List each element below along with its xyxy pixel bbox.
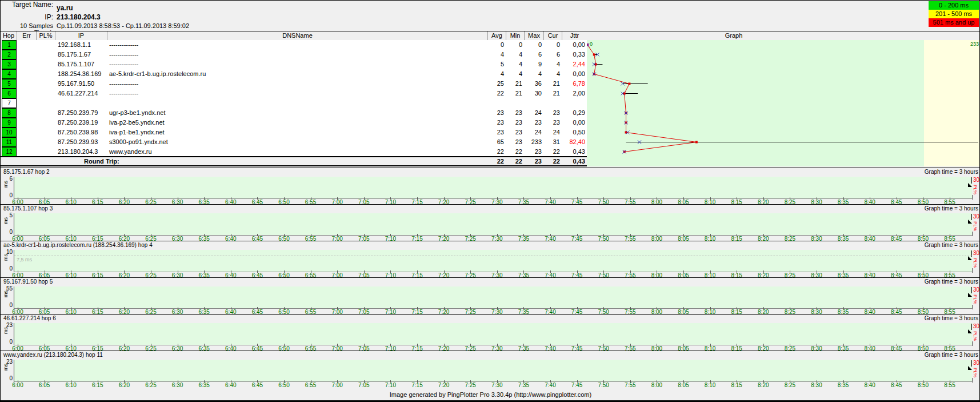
table-row[interactable]: 646.61.227.214--------------222130212,00 — [1, 89, 587, 98]
ip-cell: 87.250.239.98 — [58, 128, 98, 137]
table-row[interactable]: 12213.180.204.3www.yandex.ru222223220,43 — [1, 147, 587, 157]
jitter-cell: 0,50 — [561, 128, 585, 137]
time-axis-label: 6:05 — [39, 382, 50, 388]
table-row[interactable]: 285.175.1.67--------------44660,33 — [1, 50, 587, 59]
dns-name-cell: -------------- — [109, 79, 138, 89]
hop-number-cell: 6 — [2, 89, 17, 98]
table-row[interactable]: 4188.254.36.169ae-5.krdr-cr1-b.ug.ip.ros… — [1, 69, 587, 79]
cur-cell: 21 — [542, 89, 560, 98]
strip-packet-loss-max: 30 — [973, 360, 979, 366]
round-trip-avg: 22 — [481, 158, 504, 165]
strip-axis-end-tick — [972, 378, 973, 383]
max-cell: 233 — [523, 137, 542, 147]
table-row[interactable]: 1087.250.239.98iva-p1-be1.yndx.net232324… — [1, 128, 587, 137]
time-axis-label: 6:10 — [65, 382, 76, 388]
table-row[interactable]: 987.250.239.19iva-p2-be5.yndx.net2323232… — [1, 118, 587, 128]
samples-value: Ср.11.09.2013 8:58:53 - Ср.11.09.2013 8:… — [57, 22, 189, 29]
time-axis-label: 8:05 — [678, 382, 689, 388]
hop-number-cell: 3 — [2, 59, 17, 69]
strip-title: 46.61.227.214 hop 6 — [3, 315, 56, 321]
strip-graph-time-label: Graph time = 3 hours — [925, 169, 978, 175]
jitter-cell: 0,33 — [561, 50, 585, 59]
dns-name-cell: iva-p2-be5.yndx.net — [109, 118, 165, 128]
dns-name-cell: ugr-p3-be1.yndx.net — [109, 108, 165, 118]
ip-cell: 85.175.1.107 — [58, 59, 94, 69]
hop-number-cell: 7 — [2, 98, 17, 108]
time-axis-label: 6:35 — [198, 382, 209, 388]
strip-packet-loss-max: 30 — [973, 177, 979, 183]
jitter-cell: 0,00 — [561, 69, 585, 79]
time-axis-label: 8:15 — [731, 382, 742, 388]
min-cell: 4 — [505, 50, 522, 59]
cur-cell: 22 — [542, 147, 560, 157]
min-cell: 23 — [505, 108, 522, 118]
table-row[interactable]: 887.250.239.79ugr-p3-be1.yndx.net2323242… — [1, 108, 587, 118]
strip-unit-label: ms — [3, 254, 9, 261]
round-trip-label: Round Trip: — [84, 158, 119, 165]
strip-ymin-label: 0 — [1, 192, 13, 198]
strip-packet-loss-max: 30 — [973, 250, 979, 256]
strip-packet-loss-label: PL% — [973, 221, 978, 231]
hop-number-cell: 11 — [2, 137, 17, 147]
time-axis-label: 7:40 — [545, 382, 555, 388]
dns-name-cell: iva-p1-be1.yndx.net — [109, 128, 165, 137]
hop-number-cell: 5 — [2, 79, 17, 89]
legend-item: 201 - 500 ms — [929, 10, 979, 18]
max-cell: 23 — [523, 147, 542, 157]
dns-name-cell: -------------- — [109, 89, 138, 98]
dns-name-cell: s3000-po91.yndx.net — [109, 137, 168, 147]
latency-legend: 0 - 200 ms201 - 500 ms501 ms and up — [929, 1, 979, 27]
threshold-value-label: 7,5 ms — [17, 257, 32, 262]
time-axis-label: 6:40 — [225, 382, 236, 388]
graph-scale-max-label: 233 — [970, 41, 979, 47]
cur-cell: 21 — [542, 79, 560, 89]
time-axis-label: 8:50 — [918, 382, 929, 388]
table-header-cell-pl%: PL% — [36, 31, 55, 40]
max-cell: 4 — [523, 69, 542, 79]
hop-graph-overlay: 0233 — [587, 40, 980, 156]
jitter-cell: 6,78 — [561, 79, 585, 89]
jitter-cell: 0,43 — [561, 147, 585, 157]
table-row[interactable]: 7 — [1, 98, 587, 108]
time-axis-label: 8:25 — [785, 382, 795, 388]
avg-cell: 4 — [481, 50, 504, 59]
jitter-cell: 0,29 — [561, 108, 585, 118]
min-cell: 21 — [505, 89, 522, 98]
strip-plot-area — [14, 323, 972, 345]
max-cell: 0 — [523, 40, 542, 50]
current-time-cursor-icon — [968, 220, 972, 224]
strip-graph-time-label: Graph time = 3 hours — [925, 205, 978, 212]
table-row[interactable]: 1187.250.239.93s3000-po91.yndx.net652323… — [1, 137, 587, 147]
table-row[interactable]: 385.175.1.107--------------54942,44 — [1, 59, 587, 69]
time-axis-label: 6:50 — [278, 382, 289, 388]
ip-cell: 213.180.204.3 — [58, 147, 98, 157]
cur-cell: 6 — [542, 50, 560, 59]
avg-cell: 5 — [481, 59, 504, 69]
strip-packet-loss-label: PL% — [973, 185, 978, 194]
avg-marker — [593, 54, 595, 56]
time-axis-label: 6:25 — [145, 382, 156, 388]
time-axis-label: 8:30 — [811, 382, 822, 388]
time-axis-label: 6:00 — [12, 382, 23, 388]
current-time-cursor-icon — [968, 293, 972, 297]
legend-item: 501 ms and up — [929, 18, 979, 27]
strip-ymin-label: 0 — [1, 302, 13, 308]
time-axis-label: 7:45 — [571, 382, 582, 388]
max-cell: 23 — [523, 118, 542, 128]
cur-cell: 31 — [542, 137, 560, 147]
strip-graph: 95.167.91.50 hop 5Graph time = 3 hours55… — [1, 277, 980, 314]
table-row[interactable]: 595.167.91.50--------------252136216,78 — [1, 79, 587, 89]
table-header-cell-hop: Hop — [1, 31, 17, 40]
strip-graph: 85.175.1.67 hop 2Graph time = 3 hours60m… — [1, 168, 980, 204]
cur-cell: 4 — [542, 69, 560, 79]
jitter-cell: 0,00 — [561, 118, 585, 128]
strip-packet-loss-max: 30 — [973, 286, 979, 293]
ip-cell: 95.167.91.50 — [58, 79, 94, 89]
table-header-cell-max: Max — [524, 31, 543, 40]
footer-caption: Image generated by PingPlotter Pro 3.30.… — [1, 391, 980, 398]
avg-cell: 22 — [481, 89, 504, 98]
avg-marker — [695, 141, 698, 144]
dns-name-cell: www.yandex.ru — [109, 147, 152, 157]
table-row[interactable]: 1192.168.1.1--------------00000,00 — [1, 40, 587, 50]
max-cell: 6 — [523, 50, 542, 59]
